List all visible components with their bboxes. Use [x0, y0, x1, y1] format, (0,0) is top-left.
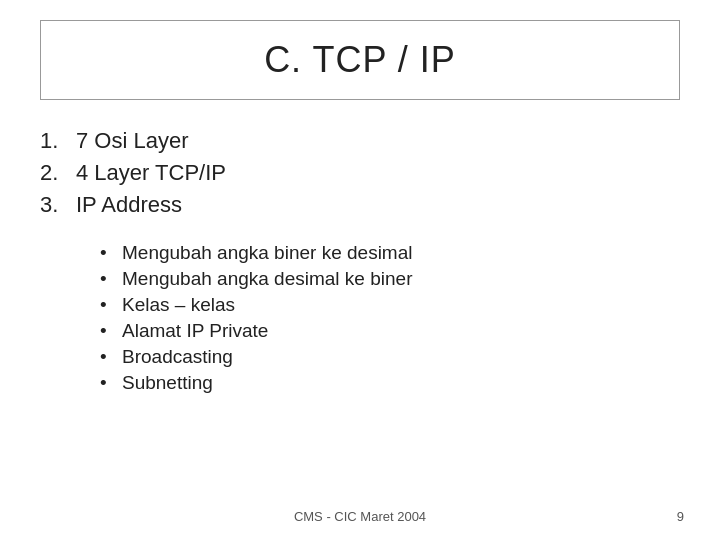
bullet-label: Kelas – kelas: [122, 294, 235, 316]
bullet-item: • Subnetting: [100, 372, 680, 394]
bullet-label: Mengubah angka desimal ke biner: [122, 268, 412, 290]
bullet-symbol: •: [100, 346, 122, 368]
bullet-symbol: •: [100, 294, 122, 316]
bullet-item: • Mengubah angka biner ke desimal: [100, 242, 680, 264]
bullet-label: Subnetting: [122, 372, 213, 394]
bullet-label: Broadcasting: [122, 346, 233, 368]
bullet-symbol: •: [100, 372, 122, 394]
bullet-item: • Mengubah angka desimal ke biner: [100, 268, 680, 290]
list-num: 2.: [40, 160, 76, 186]
bullet-label: Mengubah angka biner ke desimal: [122, 242, 412, 264]
bullet-list: • Mengubah angka biner ke desimal • Meng…: [100, 242, 680, 398]
list-num: 3.: [40, 192, 76, 218]
bullet-item: • Alamat IP Private: [100, 320, 680, 342]
bullet-item: • Kelas – kelas: [100, 294, 680, 316]
numbered-list: 1. 7 Osi Layer 2. 4 Layer TCP/IP 3. IP A…: [40, 128, 680, 224]
list-item: 3. IP Address: [40, 192, 680, 218]
bullet-symbol: •: [100, 242, 122, 264]
footer-text: CMS - CIC Maret 2004: [294, 509, 426, 524]
title-box: C. TCP / IP: [40, 20, 680, 100]
list-item: 2. 4 Layer TCP/IP: [40, 160, 680, 186]
footer: CMS - CIC Maret 2004: [0, 509, 720, 524]
bullet-label: Alamat IP Private: [122, 320, 268, 342]
list-num: 1.: [40, 128, 76, 154]
list-label: 7 Osi Layer: [76, 128, 189, 154]
list-label: 4 Layer TCP/IP: [76, 160, 226, 186]
page-number: 9: [677, 509, 684, 524]
bullet-symbol: •: [100, 268, 122, 290]
list-label: IP Address: [76, 192, 182, 218]
slide-title: C. TCP / IP: [264, 39, 456, 80]
bullet-symbol: •: [100, 320, 122, 342]
bullet-item: • Broadcasting: [100, 346, 680, 368]
slide: C. TCP / IP 1. 7 Osi Layer 2. 4 Layer TC…: [0, 0, 720, 540]
list-item: 1. 7 Osi Layer: [40, 128, 680, 154]
